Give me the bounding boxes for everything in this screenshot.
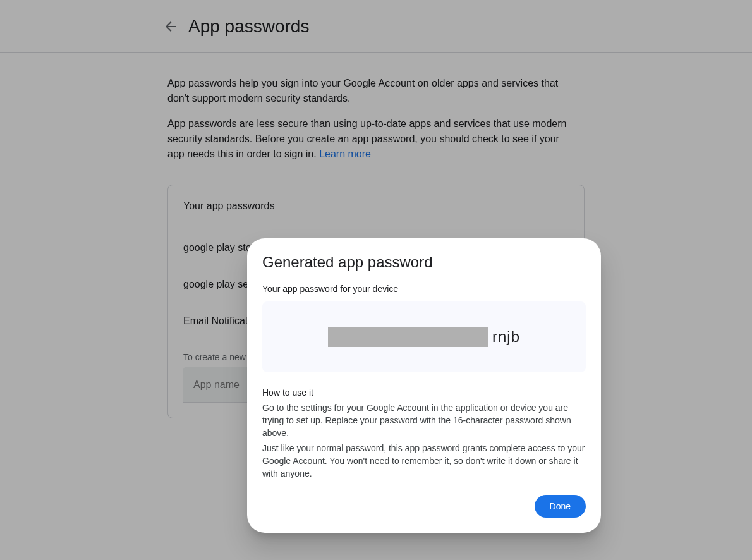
password-redacted-block [328, 327, 488, 347]
modal-actions: Done [262, 495, 586, 518]
generated-password-modal: Generated app password Your app password… [247, 238, 601, 533]
how-to-use-text-1: Go to the settings for your Google Accou… [262, 401, 586, 439]
modal-subtitle: Your app password for your device [262, 284, 586, 294]
how-to-use-title: How to use it [262, 387, 586, 398]
password-visible-text: rnjb [492, 328, 520, 346]
how-to-use-text-2: Just like your normal password, this app… [262, 442, 586, 480]
modal-title: Generated app password [262, 253, 586, 271]
password-display-box: rnjb [262, 301, 586, 372]
done-button[interactable]: Done [535, 495, 586, 518]
